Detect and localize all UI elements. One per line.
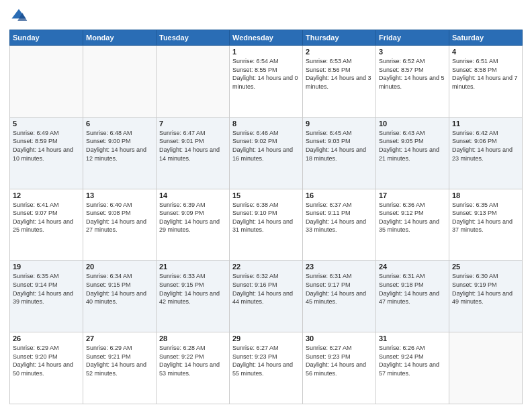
calendar-row-3: 19Sunrise: 6:35 AMSunset: 9:14 PMDayligh… [10,261,523,332]
calendar-cell: 31Sunrise: 6:26 AMSunset: 9:24 PMDayligh… [376,332,449,404]
calendar-cell: 20Sunrise: 6:34 AMSunset: 9:15 PMDayligh… [83,261,157,332]
header [9,7,523,26]
cell-details: Sunrise: 6:48 AMSunset: 9:00 PMDaylight:… [86,129,153,163]
calendar-cell: 3Sunrise: 6:52 AMSunset: 8:57 PMDaylight… [376,46,449,118]
cell-details: Sunrise: 6:42 AMSunset: 9:06 PMDaylight:… [452,129,519,163]
cell-details: Sunrise: 6:52 AMSunset: 8:57 PMDaylight:… [379,57,446,91]
day-number: 2 [306,48,373,56]
calendar-cell: 1Sunrise: 6:54 AMSunset: 8:55 PMDaylight… [230,46,303,118]
calendar-row-4: 26Sunrise: 6:29 AMSunset: 9:20 PMDayligh… [10,332,523,404]
calendar-cell [10,46,83,118]
day-number: 22 [232,263,300,271]
cell-details: Sunrise: 6:27 AMSunset: 9:23 PMDaylight:… [306,344,373,377]
cell-details: Sunrise: 6:33 AMSunset: 9:15 PMDaylight:… [159,272,226,306]
calendar-cell: 8Sunrise: 6:46 AMSunset: 9:02 PMDaylight… [230,117,303,189]
calendar-cell [449,332,523,404]
calendar-cell: 26Sunrise: 6:29 AMSunset: 9:20 PMDayligh… [10,332,83,404]
calendar-header-monday: Monday [83,30,157,46]
calendar-cell: 14Sunrise: 6:39 AMSunset: 9:09 PMDayligh… [157,189,230,261]
calendar-header-tuesday: Tuesday [157,30,230,46]
cell-details: Sunrise: 6:51 AMSunset: 8:58 PMDaylight:… [452,57,519,91]
cell-details: Sunrise: 6:40 AMSunset: 9:08 PMDaylight:… [86,201,153,234]
day-number: 16 [306,191,373,199]
day-number: 26 [13,334,80,342]
cell-details: Sunrise: 6:43 AMSunset: 9:05 PMDaylight:… [379,129,446,163]
cell-details: Sunrise: 6:27 AMSunset: 9:23 PMDaylight:… [232,344,300,377]
day-number: 14 [159,191,226,199]
cell-details: Sunrise: 6:35 AMSunset: 9:13 PMDaylight:… [452,201,519,234]
calendar-cell: 13Sunrise: 6:40 AMSunset: 9:08 PMDayligh… [83,189,157,261]
calendar-header-sunday: Sunday [10,30,83,46]
calendar-cell: 9Sunrise: 6:45 AMSunset: 9:03 PMDaylight… [303,117,376,189]
calendar-cell: 22Sunrise: 6:32 AMSunset: 9:16 PMDayligh… [230,261,303,332]
logo-icon [9,7,28,26]
page: SundayMondayTuesdayWednesdayThursdayFrid… [0,0,532,411]
calendar-cell: 16Sunrise: 6:37 AMSunset: 9:11 PMDayligh… [303,189,376,261]
calendar-cell: 19Sunrise: 6:35 AMSunset: 9:14 PMDayligh… [10,261,83,332]
calendar-cell: 17Sunrise: 6:36 AMSunset: 9:12 PMDayligh… [376,189,449,261]
day-number: 19 [13,263,80,271]
cell-details: Sunrise: 6:53 AMSunset: 8:56 PMDaylight:… [306,57,373,91]
cell-details: Sunrise: 6:31 AMSunset: 9:18 PMDaylight:… [379,272,446,306]
calendar-cell: 4Sunrise: 6:51 AMSunset: 8:58 PMDaylight… [449,46,523,118]
cell-details: Sunrise: 6:47 AMSunset: 9:01 PMDaylight:… [159,129,226,163]
calendar-cell: 30Sunrise: 6:27 AMSunset: 9:23 PMDayligh… [303,332,376,404]
calendar-cell: 10Sunrise: 6:43 AMSunset: 9:05 PMDayligh… [376,117,449,189]
cell-details: Sunrise: 6:45 AMSunset: 9:03 PMDaylight:… [306,129,373,163]
cell-details: Sunrise: 6:32 AMSunset: 9:16 PMDaylight:… [232,272,300,306]
calendar-cell: 5Sunrise: 6:49 AMSunset: 8:59 PMDaylight… [10,117,83,189]
day-number: 15 [232,191,300,199]
logo [9,7,31,26]
calendar-header-friday: Friday [376,30,449,46]
day-number: 9 [306,120,373,128]
calendar-table: SundayMondayTuesdayWednesdayThursdayFrid… [9,30,523,404]
day-number: 20 [86,263,153,271]
day-number: 1 [232,48,300,56]
cell-details: Sunrise: 6:46 AMSunset: 9:02 PMDaylight:… [232,129,300,163]
cell-details: Sunrise: 6:28 AMSunset: 9:22 PMDaylight:… [159,344,226,377]
day-number: 12 [13,191,80,199]
day-number: 8 [232,120,300,128]
day-number: 28 [159,334,226,342]
day-number: 31 [379,334,446,342]
cell-details: Sunrise: 6:41 AMSunset: 9:07 PMDaylight:… [13,201,80,234]
calendar-cell [157,46,230,118]
day-number: 11 [452,120,519,128]
day-number: 25 [452,263,519,271]
calendar-row-2: 12Sunrise: 6:41 AMSunset: 9:07 PMDayligh… [10,189,523,261]
day-number: 7 [159,120,226,128]
calendar-cell: 6Sunrise: 6:48 AMSunset: 9:00 PMDaylight… [83,117,157,189]
calendar-cell [83,46,157,118]
day-number: 6 [86,120,153,128]
day-number: 18 [452,191,519,199]
day-number: 27 [86,334,153,342]
calendar-cell: 27Sunrise: 6:29 AMSunset: 9:21 PMDayligh… [83,332,157,404]
day-number: 10 [379,120,446,128]
calendar-cell: 25Sunrise: 6:30 AMSunset: 9:19 PMDayligh… [449,261,523,332]
cell-details: Sunrise: 6:34 AMSunset: 9:15 PMDaylight:… [86,272,153,306]
cell-details: Sunrise: 6:29 AMSunset: 9:20 PMDaylight:… [13,344,80,377]
calendar-header-saturday: Saturday [449,30,523,46]
cell-details: Sunrise: 6:26 AMSunset: 9:24 PMDaylight:… [379,344,446,377]
calendar-cell: 7Sunrise: 6:47 AMSunset: 9:01 PMDaylight… [157,117,230,189]
cell-details: Sunrise: 6:36 AMSunset: 9:12 PMDaylight:… [379,201,446,234]
cell-details: Sunrise: 6:54 AMSunset: 8:55 PMDaylight:… [232,57,300,91]
cell-details: Sunrise: 6:35 AMSunset: 9:14 PMDaylight:… [13,272,80,306]
day-number: 17 [379,191,446,199]
cell-details: Sunrise: 6:30 AMSunset: 9:19 PMDaylight:… [452,272,519,306]
day-number: 29 [232,334,300,342]
day-number: 23 [306,263,373,271]
calendar-cell: 29Sunrise: 6:27 AMSunset: 9:23 PMDayligh… [230,332,303,404]
cell-details: Sunrise: 6:39 AMSunset: 9:09 PMDaylight:… [159,201,226,234]
cell-details: Sunrise: 6:31 AMSunset: 9:17 PMDaylight:… [306,272,373,306]
calendar-cell: 12Sunrise: 6:41 AMSunset: 9:07 PMDayligh… [10,189,83,261]
calendar-cell: 15Sunrise: 6:38 AMSunset: 9:10 PMDayligh… [230,189,303,261]
cell-details: Sunrise: 6:29 AMSunset: 9:21 PMDaylight:… [86,344,153,377]
calendar-cell: 11Sunrise: 6:42 AMSunset: 9:06 PMDayligh… [449,117,523,189]
calendar-cell: 24Sunrise: 6:31 AMSunset: 9:18 PMDayligh… [376,261,449,332]
calendar-cell: 18Sunrise: 6:35 AMSunset: 9:13 PMDayligh… [449,189,523,261]
day-number: 13 [86,191,153,199]
calendar-cell: 21Sunrise: 6:33 AMSunset: 9:15 PMDayligh… [157,261,230,332]
calendar-header-row: SundayMondayTuesdayWednesdayThursdayFrid… [10,30,523,46]
day-number: 30 [306,334,373,342]
